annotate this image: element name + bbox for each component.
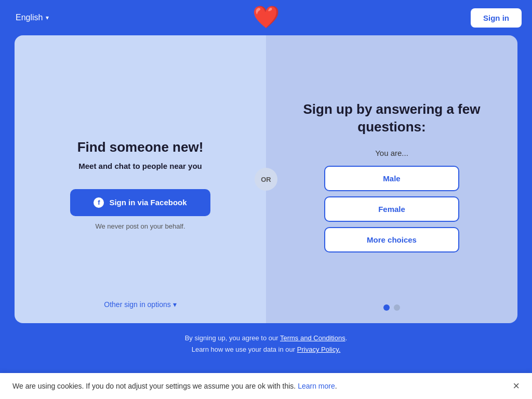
header: English ▾ ❤️ Sign in xyxy=(0,0,532,35)
dot-2 xyxy=(394,304,400,311)
footer: By signing up, you agree to our Terms an… xyxy=(0,332,532,355)
facebook-sign-in-button[interactable]: f Sign in via Facebook xyxy=(70,189,210,216)
footer-line-2: Learn how we use your data in our Privac… xyxy=(0,344,532,355)
cookie-close-button[interactable]: × xyxy=(513,380,520,392)
female-button[interactable]: Female xyxy=(324,196,459,222)
or-divider: OR xyxy=(255,168,277,191)
learn-text: Learn how we use your data in our xyxy=(192,345,295,353)
chevron-down-icon: ▾ xyxy=(46,14,49,21)
right-panel: Sign up by answering a few questions: Yo… xyxy=(266,35,517,323)
facebook-icon: f xyxy=(94,197,104,208)
male-button[interactable]: Male xyxy=(324,166,459,191)
terms-link[interactable]: Terms and Conditions xyxy=(280,334,345,342)
find-title: Find someone new! xyxy=(77,139,204,155)
learn-more-link[interactable]: Learn more xyxy=(298,382,335,390)
left-panel: Find someone new! Meet and chat to peopl… xyxy=(15,35,266,323)
you-are-label: You are... xyxy=(375,149,408,157)
language-label: English xyxy=(16,13,43,22)
other-sign-in-options[interactable]: Other sign in options ▾ xyxy=(104,300,176,309)
more-choices-button[interactable]: More choices xyxy=(324,227,459,252)
never-post-text: We never post on your behalf. xyxy=(95,222,185,230)
cookie-text-content: We are using cookies. If you do not adju… xyxy=(12,382,296,390)
main-card: Find someone new! Meet and chat to peopl… xyxy=(15,35,517,323)
cookie-message: We are using cookies. If you do not adju… xyxy=(12,382,337,390)
dot-1 xyxy=(383,304,390,311)
agree-text: By signing up, you agree to our xyxy=(185,334,278,342)
signup-title: Sign up by answering a few questions: xyxy=(287,101,497,136)
footer-line-1: By signing up, you agree to our Terms an… xyxy=(0,332,532,344)
main-card-wrapper: Find someone new! Meet and chat to peopl… xyxy=(0,35,532,323)
pagination-dots xyxy=(383,304,400,311)
cookie-banner: We are using cookies. If you do not adju… xyxy=(0,373,532,399)
sign-in-button[interactable]: Sign in xyxy=(471,8,522,28)
chevron-down-icon: ▾ xyxy=(173,300,177,309)
app-logo: ❤️ xyxy=(252,4,280,30)
language-dropdown[interactable]: English ▾ xyxy=(10,10,54,25)
facebook-btn-label: Sign in via Facebook xyxy=(109,198,187,207)
find-subtitle: Meet and chat to people near you xyxy=(78,162,202,170)
privacy-link[interactable]: Privacy Policy. xyxy=(297,345,341,353)
other-sign-in-label: Other sign in options xyxy=(104,300,170,309)
